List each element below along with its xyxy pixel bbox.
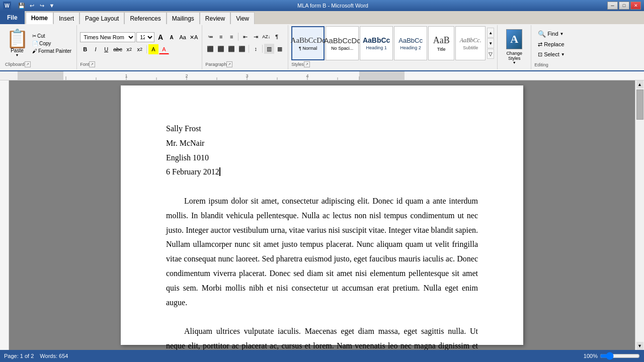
undo-button[interactable]: ↩ <box>27 1 36 10</box>
scroll-down-arrow[interactable]: ▼ <box>636 342 643 350</box>
tab-view[interactable]: View <box>230 12 255 24</box>
styles-scroll-up[interactable]: ▲ <box>487 28 494 38</box>
title-left: W 💾 ↩ ↪ ▼ <box>3 1 58 10</box>
ribbon-tabs: File Home Insert Page Layout References … <box>0 11 644 24</box>
paste-button[interactable]: 📋 Paste ▼ <box>5 26 29 60</box>
author-name: Sally Frost <box>166 122 478 136</box>
italic-button[interactable]: I <box>91 44 101 54</box>
minimize-button[interactable]: ─ <box>607 2 618 10</box>
strikethrough-button[interactable]: abc <box>112 44 124 54</box>
change-case-button[interactable]: Aa <box>178 32 188 42</box>
find-button[interactable]: 🔍 Find ▼ <box>534 29 569 39</box>
styles-expander[interactable]: ↗ <box>304 61 310 67</box>
font-color-button[interactable]: A <box>159 44 169 54</box>
tab-page-layout[interactable]: Page Layout <box>79 12 124 24</box>
cut-button[interactable]: ✂ Cut <box>30 33 73 39</box>
bullets-button[interactable]: ≔ <box>205 32 215 42</box>
replace-button[interactable]: ⇄ Replace <box>534 40 569 49</box>
tab-references[interactable]: References <box>124 12 166 24</box>
clipboard-expander[interactable]: ↗ <box>25 61 31 67</box>
tab-insert[interactable]: Insert <box>53 12 79 24</box>
ruler-corner <box>0 71 18 80</box>
text-highlight-button[interactable]: A <box>148 44 158 54</box>
paragraph-1[interactable]: Lorem ipsum dolor sit amet, consectetur … <box>166 194 478 310</box>
customize-qat-button[interactable]: ▼ <box>47 1 56 10</box>
copy-button[interactable]: 📄 Copy <box>30 40 73 47</box>
maximize-button[interactable]: □ <box>619 2 629 10</box>
style-heading-2[interactable]: AaBbCc Heading 2 <box>394 26 427 60</box>
multilevel-button[interactable]: ≡ <box>226 32 236 42</box>
style-normal[interactable]: AaBbCcDc ¶ Normal <box>291 26 325 60</box>
document-page[interactable]: Sally Frost Mr. McNair English 1010 6 Fe… <box>121 85 523 345</box>
align-right-button[interactable]: ⬛ <box>226 44 236 54</box>
close-button[interactable]: ✕ <box>630 2 641 10</box>
styles-label: Styles ↗ <box>291 60 310 68</box>
select-button[interactable]: ⊡ Select ▼ <box>534 50 569 59</box>
svg-text:4: 4 <box>306 73 308 78</box>
styles-more[interactable]: ▽ <box>487 49 494 59</box>
font-group: Times New Rom 12 A A Aa ✕A B I U abc x2 … <box>77 25 202 69</box>
page-indicator: Page: 1 of 2 <box>4 353 34 359</box>
paragraph-2[interactable]: Aliquam ultrices vulputate iaculis. Maec… <box>166 324 478 350</box>
scroll-up-arrow[interactable]: ▲ <box>636 80 643 88</box>
font-name-select[interactable]: Times New Rom <box>80 32 135 42</box>
horizontal-ruler: 1 2 3 4 <box>18 71 644 80</box>
increase-indent-button[interactable]: ⇥ <box>251 32 261 42</box>
superscript-button[interactable]: x2 <box>135 44 145 54</box>
vertical-ruler <box>0 80 9 350</box>
style-no-spacing[interactable]: AaBbCcDc No Spaci... <box>326 26 359 60</box>
font-expander[interactable]: ↗ <box>89 61 95 67</box>
title-bar: W 💾 ↩ ↪ ▼ MLA form B - Microsoft Word ─ … <box>0 0 644 11</box>
style-title[interactable]: AaB Title <box>428 26 454 60</box>
vertical-scrollbar[interactable]: ▲ ▼ <box>635 80 644 350</box>
document-scroll[interactable]: Sally Frost Mr. McNair English 1010 6 Fe… <box>9 80 635 350</box>
svg-text:1: 1 <box>125 73 127 78</box>
style-heading-1[interactable]: AaBbCc Heading 1 <box>360 26 393 60</box>
tab-mailings[interactable]: Mailings <box>167 12 200 24</box>
svg-rect-1 <box>18 71 63 80</box>
show-marks-button[interactable]: ¶ <box>272 32 282 42</box>
document-area: Sally Frost Mr. McNair English 1010 6 Fe… <box>0 80 644 350</box>
scroll-thumb[interactable] <box>636 89 643 120</box>
align-center-button[interactable]: ⬛ <box>216 44 226 54</box>
numbering-button[interactable]: ≡ <box>216 32 226 42</box>
clipboard-group: 📋 Paste ▼ ✂ Cut 📄 Copy 🖌 Format Painter … <box>2 25 77 69</box>
styles-scroll-down[interactable]: ▼ <box>487 38 494 48</box>
font-size-select[interactable]: 12 <box>136 32 154 42</box>
save-button[interactable]: 💾 <box>17 1 26 10</box>
document-header: Sally Frost Mr. McNair English 1010 6 Fe… <box>166 122 478 179</box>
tab-home[interactable]: Home <box>26 12 53 24</box>
shading-button[interactable]: ▥ <box>264 44 274 54</box>
course-name: English 1010 <box>166 151 478 165</box>
borders-button[interactable]: ▦ <box>275 44 285 54</box>
bold-button[interactable]: B <box>80 44 90 54</box>
decrease-indent-button[interactable]: ⇤ <box>240 32 250 42</box>
paragraph-expander[interactable]: ↗ <box>226 61 232 67</box>
redo-button[interactable]: ↪ <box>37 1 46 10</box>
grow-font-button[interactable]: A <box>155 32 166 42</box>
tab-review[interactable]: Review <box>200 12 230 24</box>
svg-rect-2 <box>359 71 405 80</box>
svg-text:2: 2 <box>185 73 188 78</box>
editing-label: Editing <box>534 61 548 68</box>
word-count: Words: 654 <box>40 353 68 359</box>
clear-formatting-button[interactable]: ✕A <box>189 32 199 42</box>
svg-text:3: 3 <box>246 73 248 78</box>
sort-button[interactable]: AZ↓ <box>261 32 271 42</box>
align-left-button[interactable]: ⬛ <box>205 44 215 54</box>
tab-file[interactable]: File <box>0 11 25 24</box>
format-painter-button[interactable]: 🖌 Format Painter <box>30 48 73 54</box>
zoom-slider[interactable] <box>600 353 640 359</box>
underline-button[interactable]: U <box>101 44 111 54</box>
word-logo: W <box>3 2 11 10</box>
status-right: 100% <box>584 353 640 359</box>
line-spacing-button[interactable]: ↕ <box>251 44 261 54</box>
subscript-button[interactable]: x2 <box>124 44 134 54</box>
zoom-level: 100% <box>584 353 598 359</box>
status-left: Page: 1 of 2 Words: 654 <box>4 353 68 359</box>
justify-button[interactable]: ⬛ <box>237 44 247 54</box>
style-subtitle[interactable]: AaBbCc. Subtitle <box>455 26 486 60</box>
shrink-font-button[interactable]: A <box>167 32 177 42</box>
change-styles-button[interactable]: A ChangeStyles ▼ <box>501 27 528 66</box>
document-date: 6 February 2012 <box>166 165 478 179</box>
